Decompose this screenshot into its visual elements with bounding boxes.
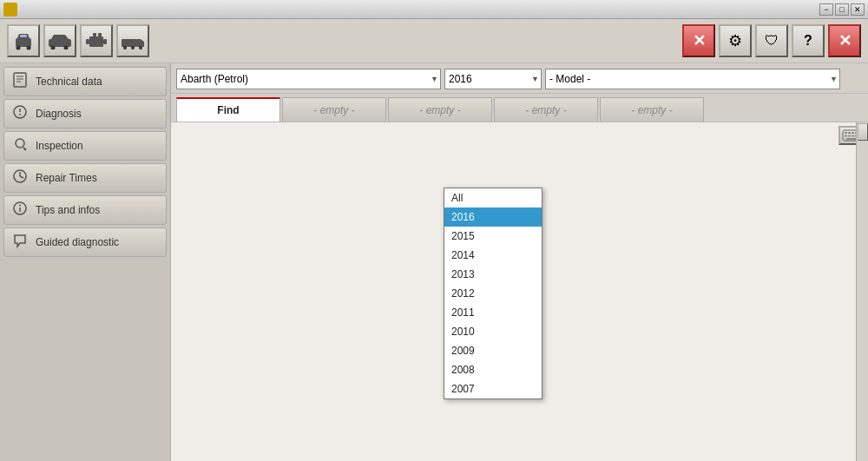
svg-rect-5 [49,39,71,47]
car-side-btn[interactable] [43,24,76,57]
scroll-thumb[interactable] [858,123,868,141]
window-controls: − □ ✕ [819,3,865,16]
title-bar: − □ ✕ [0,0,868,19]
svg-point-25 [19,114,21,115]
svg-rect-37 [848,132,851,134]
svg-rect-14 [122,39,137,47]
make-select[interactable]: Abarth (Petrol) [176,69,441,89]
svg-rect-11 [103,39,107,44]
make-selector[interactable]: Abarth (Petrol) [176,69,441,89]
diagnosis-icon [11,104,29,123]
svg-rect-40 [845,135,847,137]
sidebar-item-tips-infos[interactable]: Tips and infos [3,195,167,225]
year-select[interactable]: 2016 [444,69,542,89]
tips-infos-icon [11,201,29,220]
main-container: ✕ ⚙ 🛡 ? ✕ Technical data [0,19,868,461]
technical-data-label: Technical data [36,76,102,88]
svg-point-18 [139,46,142,49]
toolbar-left [7,24,149,57]
year-option-2007[interactable]: 2007 [444,379,542,398]
minimize-btn[interactable]: − [819,3,833,16]
year-option-2015[interactable]: 2015 [444,227,542,246]
repair-times-icon [11,168,29,188]
truck-btn[interactable] [116,24,149,57]
exit-btn[interactable]: ✕ [828,24,861,57]
svg-rect-13 [98,33,102,36]
sidebar: Technical data Diagnosis [0,63,171,461]
tabs-row: Find - empty - - empty - - empty - - emp… [171,94,868,122]
tab-empty-4[interactable]: - empty - [600,97,704,122]
selectors-row: Abarth (Petrol) 2016 - Model - [171,63,868,94]
sidebar-item-inspection[interactable]: Inspection [3,131,167,161]
main-content: All 2016 2015 2014 2013 2012 2011 2010 2… [171,122,868,461]
year-option-all[interactable]: All [444,188,542,207]
svg-rect-10 [86,39,89,44]
year-dropdown[interactable]: All 2016 2015 2014 2013 2012 2011 2010 2… [444,188,542,399]
svg-rect-0 [16,38,31,47]
tab-find[interactable]: Find [176,97,280,122]
engine-btn[interactable] [80,24,113,57]
tab-empty-3[interactable]: - empty - [494,97,598,122]
shield-btn[interactable]: 🛡 [755,24,788,57]
year-option-2008[interactable]: 2008 [444,360,542,379]
guided-diagnostic-icon [11,233,29,252]
toolbar-right: ✕ ⚙ 🛡 ? ✕ [682,24,861,57]
year-option-2016[interactable]: 2016 [444,207,542,227]
content-area: Technical data Diagnosis [0,63,868,461]
svg-point-2 [16,46,21,50]
maximize-btn[interactable]: □ [835,3,849,16]
inspection-icon [11,136,29,155]
sidebar-item-diagnosis[interactable]: Diagnosis [3,99,167,128]
year-option-2010[interactable]: 2010 [444,322,542,341]
scrollbar[interactable] [856,122,868,461]
year-selector[interactable]: 2016 [444,69,542,89]
year-option-2012[interactable]: 2012 [444,284,542,303]
svg-line-30 [20,176,23,178]
tips-infos-label: Tips and infos [36,204,100,216]
svg-point-17 [131,46,135,49]
diagnosis-label: Diagnosis [36,108,82,120]
help-btn[interactable]: ? [792,24,825,57]
toolbar: ✕ ⚙ 🛡 ? ✕ [0,19,868,63]
svg-rect-41 [848,135,851,137]
svg-rect-12 [93,33,96,36]
svg-rect-36 [845,132,847,134]
svg-point-26 [16,139,24,148]
car-front-btn[interactable] [7,24,40,57]
svg-marker-34 [15,235,25,247]
year-option-2011[interactable]: 2011 [444,303,542,322]
app-icon [3,3,17,16]
year-option-2009[interactable]: 2009 [444,341,542,360]
svg-marker-6 [51,35,69,39]
year-option-2014[interactable]: 2014 [444,246,542,265]
inspection-label: Inspection [36,140,83,152]
sidebar-item-repair-times[interactable]: Repair Times [3,163,167,193]
svg-marker-15 [137,39,144,47]
model-select[interactable]: - Model - [545,69,840,89]
sidebar-item-guided-diagnostic[interactable]: Guided diagnostic [3,227,167,257]
svg-rect-9 [89,36,103,47]
svg-point-16 [123,46,127,49]
tab-empty-2[interactable]: - empty - [388,97,492,122]
settings-btn[interactable]: ⚙ [719,24,752,57]
svg-point-3 [27,46,31,50]
year-option-2013[interactable]: 2013 [444,265,542,284]
svg-rect-38 [852,132,854,134]
close-red-btn[interactable]: ✕ [682,24,715,57]
guided-diagnostic-label: Guided diagnostic [36,236,119,248]
svg-rect-4 [20,35,27,37]
technical-data-icon [11,72,29,91]
tab-empty-1[interactable]: - empty - [282,97,386,122]
model-selector[interactable]: - Model - [545,69,840,89]
right-panel: Abarth (Petrol) 2016 - Model - Find - [171,63,868,461]
repair-times-label: Repair Times [36,172,97,184]
close-btn[interactable]: ✕ [851,3,865,16]
svg-point-33 [19,205,21,207]
svg-line-27 [23,148,26,150]
svg-rect-19 [14,73,26,87]
svg-rect-42 [852,135,854,137]
sidebar-item-technical-data[interactable]: Technical data [3,67,167,96]
